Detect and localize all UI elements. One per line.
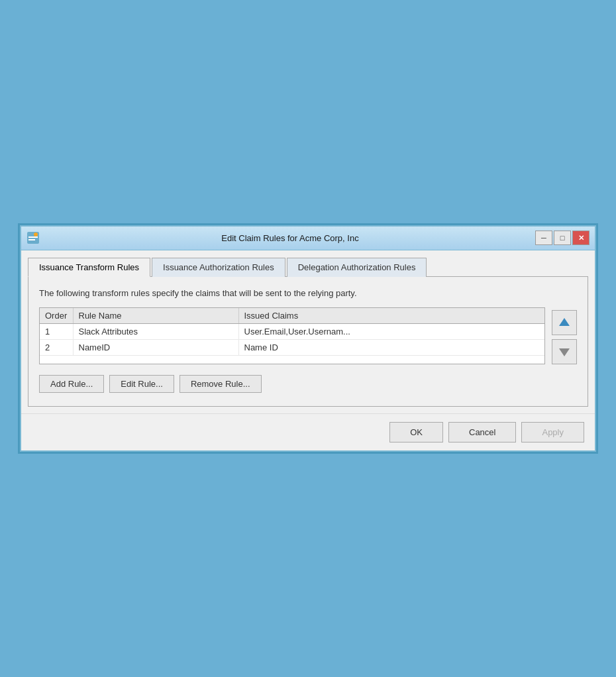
ok-button[interactable]: OK bbox=[389, 422, 443, 443]
cell-issued-claims: Name ID bbox=[238, 340, 544, 356]
window-title: Edit Claim Rules for Acme Corp, Inc bbox=[45, 233, 535, 243]
main-window: Edit Claim Rules for Acme Corp, Inc ─ □ … bbox=[20, 225, 596, 452]
move-down-button[interactable] bbox=[552, 339, 577, 364]
title-bar: Edit Claim Rules for Acme Corp, Inc ─ □ … bbox=[21, 227, 595, 250]
col-issued-claims: Issued Claims bbox=[238, 308, 544, 324]
cell-issued-claims: User.Email,User.Usernam... bbox=[238, 324, 544, 340]
description-text: The following transform rules specify th… bbox=[39, 287, 577, 299]
tab-issuance-transform[interactable]: Issuance Transform Rules bbox=[28, 258, 150, 277]
rules-table-container: Order Rule Name Issued Claims 1 Slack At… bbox=[39, 307, 545, 364]
tab-bar: Issuance Transform Rules Issuance Author… bbox=[28, 257, 588, 277]
table-area: Order Rule Name Issued Claims 1 Slack At… bbox=[39, 307, 577, 364]
arrow-buttons-panel bbox=[552, 307, 577, 364]
svg-marker-5 bbox=[559, 348, 570, 356]
window-body: Issuance Transform Rules Issuance Author… bbox=[21, 250, 595, 413]
tab-issuance-auth[interactable]: Issuance Authorization Rules bbox=[152, 258, 285, 277]
cell-order: 2 bbox=[40, 340, 73, 356]
arrow-up-icon bbox=[558, 316, 571, 329]
tab-content-area: The following transform rules specify th… bbox=[28, 277, 588, 407]
col-order: Order bbox=[40, 308, 73, 324]
remove-rule-button[interactable]: Remove Rule... bbox=[180, 375, 262, 393]
app-icon bbox=[26, 231, 40, 244]
cancel-button[interactable]: Cancel bbox=[448, 422, 516, 443]
rule-action-buttons: Add Rule... Edit Rule... Remove Rule... bbox=[39, 372, 577, 395]
svg-rect-1 bbox=[28, 236, 38, 238]
rules-table: Order Rule Name Issued Claims 1 Slack At… bbox=[40, 308, 544, 356]
window-controls: ─ □ ✕ bbox=[535, 231, 590, 245]
cell-rule-name: NameID bbox=[73, 340, 238, 356]
close-button[interactable]: ✕ bbox=[572, 231, 590, 245]
col-rule-name: Rule Name bbox=[73, 308, 238, 324]
table-header-row: Order Rule Name Issued Claims bbox=[40, 308, 544, 324]
edit-rule-button[interactable]: Edit Rule... bbox=[109, 375, 174, 393]
add-rule-button[interactable]: Add Rule... bbox=[39, 375, 104, 393]
footer-bar: OK Cancel Apply bbox=[21, 413, 595, 450]
maximize-button[interactable]: □ bbox=[554, 231, 571, 245]
svg-point-3 bbox=[34, 233, 38, 236]
svg-rect-2 bbox=[28, 239, 35, 240]
cell-order: 1 bbox=[40, 324, 73, 340]
minimize-button[interactable]: ─ bbox=[535, 231, 552, 245]
tab-delegation-auth[interactable]: Delegation Authorization Rules bbox=[287, 258, 427, 277]
table-row[interactable]: 2 NameID Name ID bbox=[40, 340, 544, 356]
table-row[interactable]: 1 Slack Attributes User.Email,User.Usern… bbox=[40, 324, 544, 340]
cell-rule-name: Slack Attributes bbox=[73, 324, 238, 340]
svg-marker-4 bbox=[559, 318, 570, 326]
move-up-button[interactable] bbox=[552, 310, 577, 335]
arrow-down-icon bbox=[558, 345, 571, 358]
apply-button[interactable]: Apply bbox=[521, 422, 584, 443]
